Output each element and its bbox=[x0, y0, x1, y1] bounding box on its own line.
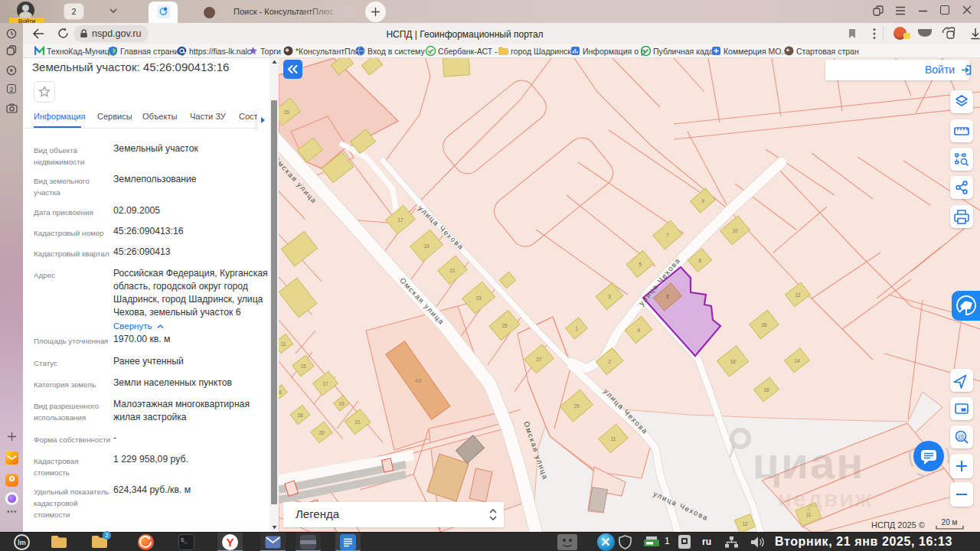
svg-text:28: 28 bbox=[761, 322, 767, 328]
svg-text:6: 6 bbox=[279, 390, 282, 395]
svg-text:1: 1 bbox=[575, 326, 578, 331]
svg-text:3: 3 bbox=[608, 294, 611, 299]
svg-text:8: 8 bbox=[698, 258, 701, 263]
svg-text:17: 17 bbox=[397, 217, 403, 223]
svg-text:циан: циан bbox=[753, 438, 865, 487]
svg-text:25: 25 bbox=[501, 323, 508, 328]
svg-text:5: 5 bbox=[639, 262, 642, 267]
svg-text:6: 6 bbox=[666, 294, 669, 299]
svg-text:21: 21 bbox=[449, 268, 456, 273]
svg-text:@: @ bbox=[957, 433, 964, 441]
svg-text:11: 11 bbox=[611, 436, 616, 442]
svg-text:20: 20 bbox=[318, 430, 325, 435]
svg-text:18: 18 bbox=[730, 359, 736, 364]
svg-text:20 м: 20 м bbox=[942, 518, 958, 527]
svg-text:4: 4 bbox=[637, 328, 640, 333]
svg-text:9: 9 bbox=[701, 198, 704, 204]
svg-text:10: 10 bbox=[732, 228, 738, 233]
svg-text:19: 19 bbox=[423, 243, 430, 249]
svg-text:12: 12 bbox=[795, 292, 801, 298]
svg-text:14: 14 bbox=[794, 358, 800, 364]
svg-text:16: 16 bbox=[763, 387, 769, 393]
svg-text:15: 15 bbox=[300, 364, 306, 369]
svg-text:19: 19 bbox=[338, 401, 345, 406]
svg-text:7: 7 bbox=[666, 233, 669, 238]
svg-text:18: 18 bbox=[297, 412, 303, 418]
svg-text:21: 21 bbox=[354, 419, 361, 425]
svg-text:недвиж: недвиж bbox=[778, 486, 873, 511]
svg-text:2: 2 bbox=[608, 359, 611, 364]
svg-text:23: 23 bbox=[475, 295, 482, 301]
svg-text:НСПД 2025 ©: НСПД 2025 © bbox=[871, 520, 925, 530]
svg-text:15: 15 bbox=[283, 109, 289, 115]
svg-text:27: 27 bbox=[536, 357, 542, 362]
svg-text:11: 11 bbox=[281, 341, 286, 347]
svg-text:11: 11 bbox=[806, 512, 812, 517]
svg-text:29: 29 bbox=[573, 403, 580, 409]
svg-text:17: 17 bbox=[322, 381, 328, 386]
svg-text:12: 12 bbox=[742, 521, 748, 527]
svg-text:43: 43 bbox=[415, 378, 421, 383]
